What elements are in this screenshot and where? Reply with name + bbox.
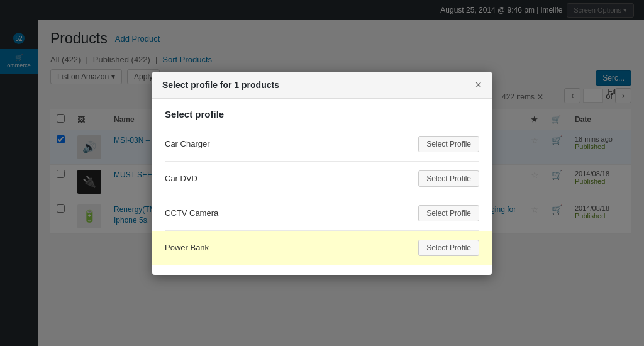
select-profile-button[interactable]: Select Profile bbox=[418, 240, 479, 256]
profile-name: CCTV Camera bbox=[165, 208, 218, 218]
select-profile-button[interactable]: Select Profile bbox=[418, 170, 479, 187]
select-profile-button[interactable]: Select Profile bbox=[418, 205, 479, 221]
profile-item: Power BankSelect Profile bbox=[152, 231, 492, 265]
modal-overlay[interactable]: Select profile for 1 products × Select p… bbox=[0, 0, 644, 346]
modal-body: Select profile Car ChargerSelect Profile… bbox=[152, 99, 492, 275]
profile-name: Car Charger bbox=[165, 139, 210, 148]
profile-list: Car ChargerSelect ProfileCar DVDSelect P… bbox=[165, 127, 479, 265]
modal-close-button[interactable]: × bbox=[475, 79, 482, 91]
profile-name: Car DVD bbox=[165, 174, 197, 183]
profile-item: CCTV CameraSelect Profile bbox=[165, 196, 479, 231]
profile-item: Car DVDSelect Profile bbox=[165, 162, 479, 196]
profile-name: Power Bank bbox=[165, 243, 209, 252]
profile-item: Car ChargerSelect Profile bbox=[165, 127, 479, 162]
modal-title: Select profile for 1 products bbox=[162, 80, 279, 90]
select-profile-modal: Select profile for 1 products × Select p… bbox=[152, 72, 492, 275]
modal-section-title: Select profile bbox=[165, 109, 479, 120]
select-profile-button[interactable]: Select Profile bbox=[418, 136, 479, 152]
modal-header: Select profile for 1 products × bbox=[152, 72, 492, 99]
